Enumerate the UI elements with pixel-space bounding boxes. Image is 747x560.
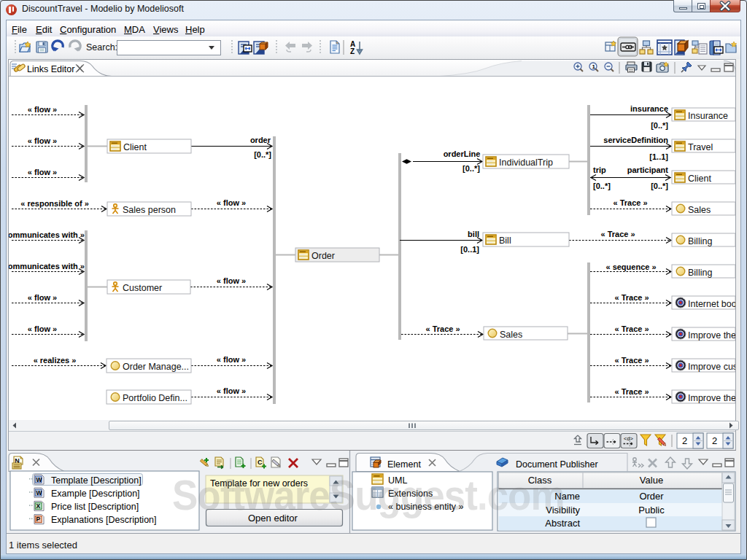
svg-text:Order: Order bbox=[311, 251, 335, 261]
svg-text:« communicates with »: « communicates with » bbox=[9, 262, 85, 271]
svg-text:« responsible of »: « responsible of » bbox=[20, 199, 89, 208]
svg-text:Client: Client bbox=[688, 174, 711, 184]
svg-text:IndividualTrip: IndividualTrip bbox=[499, 158, 553, 168]
svg-text:[0..*]: [0..*] bbox=[593, 182, 611, 190]
svg-text:Order Manage...: Order Manage... bbox=[123, 362, 189, 372]
svg-text:Z: Z bbox=[350, 47, 355, 55]
svg-text:Client: Client bbox=[123, 142, 147, 152]
svg-text:[0..1]: [0..1] bbox=[460, 245, 479, 254]
svg-text:« Trace »: « Trace » bbox=[614, 356, 649, 365]
svg-text:Extensions: Extensions bbox=[388, 489, 433, 499]
svg-text:« Trace »: « Trace » bbox=[614, 293, 649, 302]
svg-text:« communicates with »: « communicates with » bbox=[9, 230, 85, 239]
svg-text:P: P bbox=[36, 516, 41, 523]
svg-text:« flow »: « flow » bbox=[28, 293, 57, 302]
svg-text:Links Editor: Links Editor bbox=[27, 64, 74, 74]
svg-text:Improve the: Improve the bbox=[688, 330, 735, 341]
svg-text:Sales: Sales bbox=[688, 205, 711, 215]
svg-text:Sales: Sales bbox=[500, 330, 522, 340]
svg-text:« flow »: « flow » bbox=[28, 168, 57, 176]
svg-text:« flow »: « flow » bbox=[217, 355, 246, 364]
svg-text:Abstract: Abstract bbox=[545, 518, 580, 529]
svg-text:[0..*]: [0..*] bbox=[651, 182, 668, 190]
svg-text:Billing: Billing bbox=[688, 268, 712, 278]
svg-text:« business entity »: « business entity » bbox=[388, 502, 464, 512]
svg-text:Billing: Billing bbox=[688, 236, 712, 246]
svg-text:Element: Element bbox=[387, 459, 421, 470]
svg-text:Value: Value bbox=[640, 475, 663, 486]
svg-text:participant: participant bbox=[627, 166, 669, 174]
svg-text:« Trace »: « Trace » bbox=[600, 230, 635, 238]
svg-text:insurance: insurance bbox=[630, 104, 668, 113]
svg-text:Improve the: Improve the bbox=[688, 393, 735, 403]
svg-text:X: X bbox=[36, 502, 41, 510]
svg-text:trip: trip bbox=[593, 166, 606, 174]
svg-text:W: W bbox=[36, 489, 43, 497]
svg-text:2: 2 bbox=[712, 435, 717, 446]
svg-text:Internet boo: Internet boo bbox=[688, 299, 735, 309]
svg-text:Open editor: Open editor bbox=[248, 513, 298, 524]
svg-text:Template for new orders: Template for new orders bbox=[210, 478, 308, 489]
svg-text:[0..*]: [0..*] bbox=[462, 164, 480, 173]
svg-text:Class: Class bbox=[528, 475, 552, 486]
svg-text:order: order bbox=[250, 136, 271, 144]
svg-text:[0..*]: [0..*] bbox=[254, 150, 271, 159]
svg-text:Improve cus: Improve cus bbox=[688, 362, 735, 372]
svg-text:Portfolio Defin...: Portfolio Defin... bbox=[123, 393, 187, 403]
svg-text:[1..1]: [1..1] bbox=[649, 152, 668, 161]
svg-text:2: 2 bbox=[682, 435, 687, 446]
svg-text:« flow »: « flow » bbox=[28, 136, 57, 145]
svg-text:Insurance: Insurance bbox=[688, 111, 728, 121]
svg-text:Example [Description]: Example [Description] bbox=[51, 489, 140, 499]
svg-text:Sales person: Sales person bbox=[123, 205, 176, 215]
svg-text:bill: bill bbox=[468, 230, 479, 238]
svg-text:<d>: <d> bbox=[624, 435, 634, 442]
svg-text:« flow »: « flow » bbox=[217, 386, 246, 395]
svg-text:« Trace »: « Trace » bbox=[614, 387, 649, 396]
svg-text:serviceDefinition: serviceDefinition bbox=[603, 136, 668, 144]
svg-text:UML: UML bbox=[388, 475, 407, 486]
svg-text:« flow »: « flow » bbox=[217, 198, 246, 207]
svg-text:« flow »: « flow » bbox=[28, 105, 57, 114]
svg-text:Customer: Customer bbox=[123, 283, 162, 293]
svg-text:Template [Description]: Template [Description] bbox=[51, 475, 142, 486]
svg-text:Visibility: Visibility bbox=[546, 505, 580, 516]
svg-text:« Trace »: « Trace » bbox=[613, 198, 647, 207]
svg-text:[0..*]: [0..*] bbox=[651, 121, 668, 130]
svg-text:« realizes »: « realizes » bbox=[34, 356, 77, 365]
svg-text:Public: Public bbox=[638, 505, 665, 516]
svg-text:Travel: Travel bbox=[688, 142, 713, 152]
svg-text:Price list [Description]: Price list [Description] bbox=[51, 502, 139, 512]
svg-text:orderLine: orderLine bbox=[444, 149, 481, 158]
svg-text:« Trace »: « Trace » bbox=[614, 324, 649, 333]
svg-text:Bill: Bill bbox=[499, 236, 511, 246]
svg-text:Explanations [Description]: Explanations [Description] bbox=[51, 515, 157, 525]
svg-text:« sequence »: « sequence » bbox=[605, 262, 656, 271]
svg-text:Order: Order bbox=[639, 491, 664, 502]
svg-text:« Trace »: « Trace » bbox=[425, 324, 460, 333]
svg-text:1: 1 bbox=[592, 63, 596, 70]
svg-text:« flow »: « flow » bbox=[28, 324, 57, 333]
svg-text:Document Publisher: Document Publisher bbox=[516, 459, 598, 470]
svg-text:Name: Name bbox=[554, 491, 580, 502]
svg-text:C: C bbox=[258, 459, 263, 466]
svg-text:W: W bbox=[36, 476, 43, 483]
svg-text:« flow »: « flow » bbox=[217, 276, 246, 285]
